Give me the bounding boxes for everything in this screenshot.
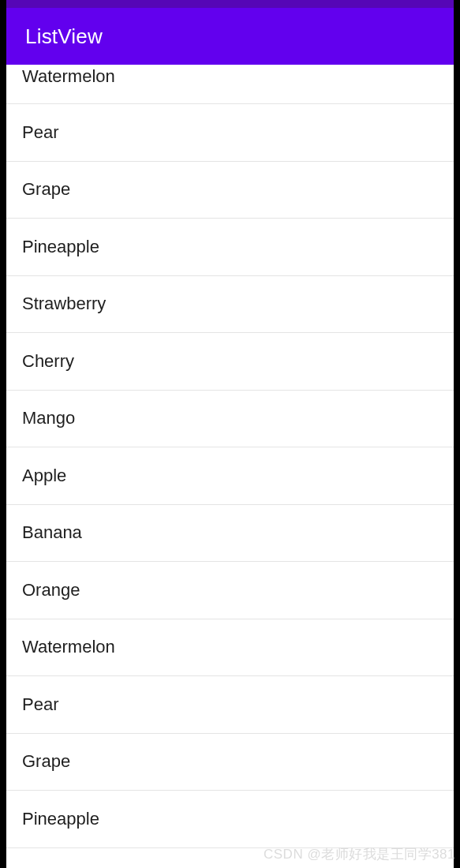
list-item[interactable]: Watermelon	[6, 65, 454, 104]
list-item-label: Banana	[22, 522, 82, 543]
list-item[interactable]: Orange	[6, 562, 454, 619]
list-item-label: Watermelon	[22, 637, 115, 657]
list-item-label: Mango	[22, 408, 75, 428]
list-item-label: Cherry	[22, 351, 74, 372]
list-item[interactable]: Banana	[6, 505, 454, 563]
list-view[interactable]: Watermelon Pear Grape Pineapple Strawber…	[6, 65, 454, 868]
list-item[interactable]: Pineapple	[6, 791, 454, 848]
page-title: ListView	[25, 24, 103, 49]
list-item[interactable]: Mango	[6, 391, 454, 448]
list-item-label: Apple	[22, 466, 66, 486]
list-item[interactable]: Strawberry	[6, 848, 454, 869]
list-item-label: Pineapple	[22, 809, 99, 829]
status-bar	[6, 0, 454, 8]
list-item-label: Pear	[22, 122, 58, 143]
list-item-label: Strawberry	[22, 294, 106, 314]
list-item[interactable]: Grape	[6, 162, 454, 219]
list-item-label: Grape	[22, 751, 70, 772]
list-item-label: Pineapple	[22, 237, 99, 257]
list-item-label: Grape	[22, 179, 70, 200]
list-item-label: Watermelon	[22, 66, 115, 87]
list-item[interactable]: Pear	[6, 676, 454, 734]
list-item[interactable]: Cherry	[6, 333, 454, 391]
list-item[interactable]: Grape	[6, 734, 454, 791]
list-item-label: Pear	[22, 694, 58, 715]
app-bar: ListView	[6, 8, 454, 65]
device-frame: ListView Watermelon Pear Grape Pineapple…	[6, 0, 454, 868]
list-item[interactable]: Strawberry	[6, 276, 454, 334]
list-item-label: Orange	[22, 580, 80, 600]
list-item[interactable]: Pear	[6, 104, 454, 162]
list-item[interactable]: Apple	[6, 447, 454, 505]
list-item[interactable]: Watermelon	[6, 619, 454, 677]
list-item[interactable]: Pineapple	[6, 219, 454, 276]
